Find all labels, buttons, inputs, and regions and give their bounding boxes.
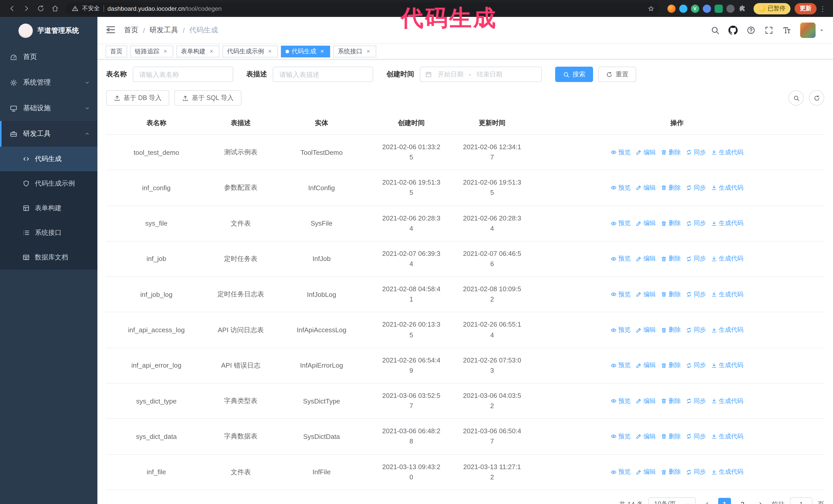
forward-button[interactable] xyxy=(20,2,33,15)
edit-link[interactable]: 编辑 xyxy=(636,397,656,405)
extensions-puzzle-icon[interactable] xyxy=(738,4,746,13)
tab-system-api[interactable]: 系统接口× xyxy=(333,46,376,57)
edit-link[interactable]: 编辑 xyxy=(636,290,656,299)
sync-link[interactable]: 同步 xyxy=(686,148,706,157)
close-icon[interactable]: × xyxy=(208,48,215,55)
preview-link[interactable]: 预览 xyxy=(611,467,631,476)
edit-link[interactable]: 编辑 xyxy=(636,255,656,263)
reload-button[interactable] xyxy=(34,2,47,15)
preview-link[interactable]: 预览 xyxy=(611,184,631,192)
edit-link[interactable]: 编辑 xyxy=(636,326,656,334)
sync-link[interactable]: 同步 xyxy=(686,255,706,263)
preview-link[interactable]: 预览 xyxy=(611,255,631,263)
tab-tracing[interactable]: 链路追踪× xyxy=(130,46,173,57)
search-button[interactable]: 搜索 xyxy=(555,67,593,82)
vue-devtools-icon[interactable]: V xyxy=(691,4,699,13)
page-size-select[interactable]: 10条/页 xyxy=(648,497,696,504)
sidebar-item-codegen[interactable]: 代码生成 xyxy=(0,147,97,171)
preview-link[interactable]: 预览 xyxy=(611,326,631,334)
sidebar-item-infra[interactable]: 基础设施 xyxy=(0,95,97,121)
sync-link[interactable]: 同步 xyxy=(686,326,706,334)
home-button[interactable] xyxy=(48,2,62,15)
font-size-icon[interactable] xyxy=(782,26,791,35)
edit-link[interactable]: 编辑 xyxy=(636,467,656,476)
delete-link[interactable]: 删除 xyxy=(661,326,681,334)
extension-icon[interactable] xyxy=(726,4,734,13)
generate-code-link[interactable]: 生成代码 xyxy=(711,397,743,405)
avatar[interactable] xyxy=(800,23,815,38)
app-logo[interactable]: 芋道管理系统 xyxy=(0,17,97,44)
end-date-input[interactable] xyxy=(474,71,505,78)
breadcrumb-home[interactable]: 首页 xyxy=(124,26,138,35)
page-button-2[interactable]: 2 xyxy=(736,498,749,504)
sidebar-fold-icon[interactable] xyxy=(105,25,117,36)
delete-link[interactable]: 删除 xyxy=(661,148,681,157)
breadcrumb-devtools[interactable]: 研发工具 xyxy=(149,26,178,35)
sync-link[interactable]: 同步 xyxy=(686,467,706,476)
generate-code-link[interactable]: 生成代码 xyxy=(711,219,743,227)
page-button-1[interactable]: 1 xyxy=(718,498,731,504)
tab-home[interactable]: 首页 xyxy=(105,46,127,57)
search-icon[interactable] xyxy=(711,26,720,35)
refresh-table-button[interactable] xyxy=(809,90,824,105)
preview-link[interactable]: 预览 xyxy=(611,432,631,441)
paused-badge[interactable]: 已暂停 xyxy=(753,3,790,14)
generate-code-link[interactable]: 生成代码 xyxy=(711,290,743,299)
delete-link[interactable]: 删除 xyxy=(661,184,681,192)
generate-code-link[interactable]: 生成代码 xyxy=(711,361,743,370)
address-bar[interactable]: 不安全 dashboard.yudao.iocoder.cn/tool/code… xyxy=(66,2,659,15)
generate-code-link[interactable]: 生成代码 xyxy=(711,255,743,263)
generate-code-link[interactable]: 生成代码 xyxy=(711,432,743,441)
next-page-button[interactable] xyxy=(754,498,766,504)
delete-link[interactable]: 删除 xyxy=(661,361,681,370)
preview-link[interactable]: 预览 xyxy=(611,290,631,299)
firefox-extension-icon[interactable] xyxy=(667,4,675,13)
reset-button[interactable]: 重置 xyxy=(598,67,636,82)
close-icon[interactable]: × xyxy=(319,48,326,55)
edit-link[interactable]: 编辑 xyxy=(636,361,656,370)
extension-icon[interactable] xyxy=(703,4,711,13)
tab-form-builder[interactable]: 表单构建× xyxy=(176,46,219,57)
generate-code-link[interactable]: 生成代码 xyxy=(711,184,743,192)
import-sql-button[interactable]: 基于 SQL 导入 xyxy=(174,90,241,105)
tab-codegen-example[interactable]: 代码生成示例× xyxy=(222,46,278,57)
preview-link[interactable]: 预览 xyxy=(611,397,631,405)
delete-link[interactable]: 删除 xyxy=(661,432,681,441)
sidebar-item-codegen-example[interactable]: 代码生成示例 xyxy=(0,171,97,196)
delete-link[interactable]: 删除 xyxy=(661,467,681,476)
delete-link[interactable]: 删除 xyxy=(661,290,681,299)
bookmark-star-icon[interactable] xyxy=(645,2,657,15)
table-name-input[interactable] xyxy=(133,67,233,82)
close-icon[interactable]: × xyxy=(162,48,169,55)
preview-link[interactable]: 预览 xyxy=(611,148,631,157)
prev-page-button[interactable] xyxy=(701,498,713,504)
edit-link[interactable]: 编辑 xyxy=(636,219,656,227)
generate-code-link[interactable]: 生成代码 xyxy=(711,467,743,476)
sync-link[interactable]: 同步 xyxy=(686,397,706,405)
toggle-search-button[interactable] xyxy=(788,90,804,105)
fullscreen-icon[interactable] xyxy=(764,26,774,35)
date-range-picker[interactable]: - xyxy=(420,67,542,82)
sync-link[interactable]: 同步 xyxy=(686,219,706,227)
delete-link[interactable]: 删除 xyxy=(661,219,681,227)
github-icon[interactable] xyxy=(729,26,738,35)
sidebar-item-devtools[interactable]: 研发工具 xyxy=(0,121,97,147)
sync-link[interactable]: 同步 xyxy=(686,432,706,441)
close-icon[interactable]: × xyxy=(365,48,372,55)
tab-codegen[interactable]: 代码生成× xyxy=(281,46,330,57)
sync-link[interactable]: 同步 xyxy=(686,361,706,370)
edit-link[interactable]: 编辑 xyxy=(636,148,656,157)
sync-link[interactable]: 同步 xyxy=(686,184,706,192)
delete-link[interactable]: 删除 xyxy=(661,397,681,405)
start-date-input[interactable] xyxy=(435,71,466,78)
help-icon[interactable] xyxy=(746,26,756,35)
preview-link[interactable]: 预览 xyxy=(611,361,631,370)
browser-menu-icon[interactable]: ⋮ xyxy=(818,4,828,13)
delete-link[interactable]: 删除 xyxy=(661,255,681,263)
sidebar-item-form-builder[interactable]: 表单构建 xyxy=(0,196,97,220)
sidebar-item-home[interactable]: 首页 xyxy=(0,44,97,70)
sync-link[interactable]: 同步 xyxy=(686,290,706,299)
color-picker-extension-icon[interactable] xyxy=(679,4,687,13)
generate-code-link[interactable]: 生成代码 xyxy=(711,148,743,157)
sidebar-item-db-docs[interactable]: 数据库文档 xyxy=(0,245,97,270)
